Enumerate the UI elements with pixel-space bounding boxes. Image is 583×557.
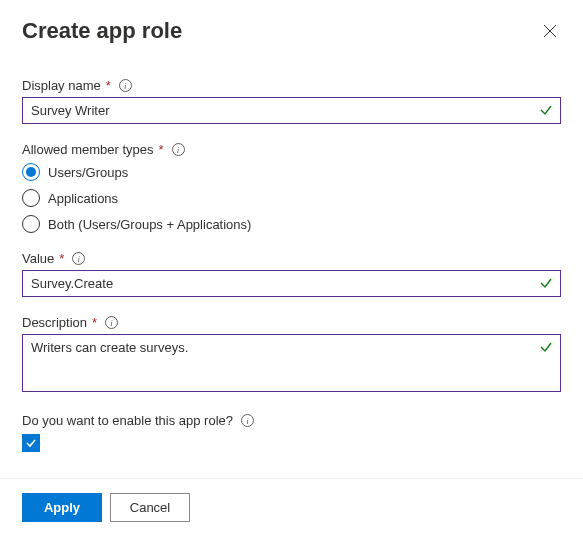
enable-field: Do you want to enable this app role? i xyxy=(22,413,561,452)
description-input[interactable] xyxy=(22,334,561,392)
check-icon xyxy=(539,340,553,357)
check-icon xyxy=(25,437,37,449)
radio-users-groups[interactable]: Users/Groups xyxy=(22,163,561,181)
value-input[interactable] xyxy=(22,270,561,297)
radio-icon xyxy=(22,215,40,233)
close-icon xyxy=(543,24,557,38)
radio-applications[interactable]: Applications xyxy=(22,189,561,207)
page-title: Create app role xyxy=(22,18,182,44)
required-indicator: * xyxy=(92,315,97,330)
info-icon[interactable]: i xyxy=(172,143,185,156)
required-indicator: * xyxy=(59,251,64,266)
required-indicator: * xyxy=(106,78,111,93)
close-button[interactable] xyxy=(539,20,561,42)
radio-label: Applications xyxy=(48,191,118,206)
value-label: Value xyxy=(22,251,54,266)
info-icon[interactable]: i xyxy=(119,79,132,92)
radio-label: Users/Groups xyxy=(48,165,128,180)
description-label: Description xyxy=(22,315,87,330)
member-types-field: Allowed member types * i Users/Groups Ap… xyxy=(22,142,561,233)
radio-icon xyxy=(22,163,40,181)
display-name-label: Display name xyxy=(22,78,101,93)
info-icon[interactable]: i xyxy=(241,414,254,427)
display-name-input[interactable] xyxy=(22,97,561,124)
value-field: Value * i xyxy=(22,251,561,297)
display-name-field: Display name * i xyxy=(22,78,561,124)
radio-both[interactable]: Both (Users/Groups + Applications) xyxy=(22,215,561,233)
radio-label: Both (Users/Groups + Applications) xyxy=(48,217,251,232)
check-icon xyxy=(539,103,553,120)
info-icon[interactable]: i xyxy=(105,316,118,329)
enable-label: Do you want to enable this app role? xyxy=(22,413,233,428)
description-field: Description * i xyxy=(22,315,561,395)
check-icon xyxy=(539,276,553,293)
required-indicator: * xyxy=(159,142,164,157)
apply-button[interactable]: Apply xyxy=(22,493,102,522)
info-icon[interactable]: i xyxy=(72,252,85,265)
cancel-button[interactable]: Cancel xyxy=(110,493,190,522)
member-types-label: Allowed member types xyxy=(22,142,154,157)
enable-checkbox[interactable] xyxy=(22,434,40,452)
radio-icon xyxy=(22,189,40,207)
